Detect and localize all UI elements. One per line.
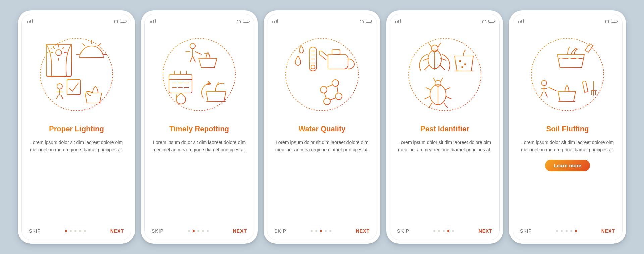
skip-button[interactable]: SKIP — [274, 228, 286, 234]
signal-icon — [27, 19, 33, 23]
onboarding-screen-1: Proper Lighting Lorem ipsum dolor sit di… — [18, 10, 135, 244]
onboarding-footer: SKIP NEXT — [395, 228, 494, 234]
onboarding-screen-5: Soil Fluffing Lorem ipsum dolor sit dim … — [509, 10, 626, 244]
next-button[interactable]: NEXT — [233, 228, 247, 234]
svg-rect-4 — [67, 80, 80, 95]
next-button[interactable]: NEXT — [601, 228, 615, 234]
onboarding-footer: SKIP NEXT — [150, 228, 249, 234]
pagination-dots — [433, 230, 454, 232]
battery-icon — [243, 20, 249, 23]
status-bar — [150, 19, 249, 23]
next-button[interactable]: NEXT — [110, 228, 124, 234]
next-button[interactable]: NEXT — [356, 228, 370, 234]
soil-icon — [518, 29, 617, 120]
svg-point-25 — [541, 80, 547, 86]
svg-rect-7 — [169, 74, 192, 93]
pagination-dots — [188, 230, 209, 232]
svg-point-3 — [57, 84, 62, 89]
svg-point-13 — [332, 80, 339, 86]
screen-description: Lorem ipsum dolor sit dim laoreet dolore… — [150, 139, 249, 154]
pest-icon — [395, 29, 494, 120]
onboarding-footer: SKIP NEXT — [518, 228, 617, 234]
screen-description: Lorem ipsum dolor sit dim laoreet dolore… — [272, 139, 372, 154]
screen-description: Lorem ipsum dolor sit dim laoreet dolore… — [395, 139, 494, 154]
wifi-icon — [360, 20, 364, 23]
pagination-dots — [556, 230, 577, 232]
onboarding-screen-2: Timely Repotting Lorem ipsum dolor sit d… — [141, 10, 258, 244]
svg-point-14 — [335, 93, 342, 100]
screen-description: Lorem ipsum dolor sit dim laoreet dolore… — [518, 139, 617, 154]
svg-point-2 — [56, 50, 62, 56]
wifi-icon — [605, 20, 609, 23]
screen-description: Lorem ipsum dolor sit dim laoreet dolore… — [27, 139, 126, 154]
status-bar — [272, 19, 372, 23]
screen-title: Water Quality — [272, 124, 372, 133]
svg-point-6 — [190, 43, 195, 49]
pagination-dots — [311, 230, 331, 232]
svg-point-8 — [286, 38, 358, 111]
svg-point-19 — [459, 60, 461, 62]
signal-icon — [518, 19, 524, 23]
battery-icon — [488, 20, 494, 23]
skip-button[interactable]: SKIP — [520, 228, 532, 234]
status-bar — [395, 19, 494, 23]
battery-icon — [120, 20, 126, 23]
svg-point-24 — [531, 38, 604, 111]
wifi-icon — [114, 20, 118, 23]
signal-icon — [150, 19, 156, 23]
status-bar — [518, 19, 617, 23]
skip-button[interactable]: SKIP — [29, 228, 41, 234]
signal-icon — [272, 19, 278, 23]
next-button[interactable]: NEXT — [479, 228, 492, 234]
svg-point-21 — [462, 66, 463, 68]
water-icon — [272, 29, 372, 120]
wifi-icon — [482, 20, 486, 23]
svg-rect-11 — [332, 50, 340, 54]
wifi-icon — [237, 20, 241, 23]
screen-title: Proper Lighting — [27, 124, 126, 133]
onboarding-footer: SKIP NEXT — [272, 228, 372, 234]
screen-title: Soil Fluffing — [518, 124, 617, 133]
battery-icon — [366, 20, 372, 23]
skip-button[interactable]: SKIP — [152, 228, 164, 234]
onboarding-screen-3: Water Quality Lorem ipsum dolor sit dim … — [264, 10, 380, 244]
screen-title: Pest Identifier — [395, 124, 494, 133]
onboarding-screen-4: Pest Identifier Lorem ipsum dolor sit di… — [386, 10, 503, 244]
screen-title: Timely Repotting — [150, 124, 249, 133]
learn-more-button[interactable]: Learn more — [545, 160, 590, 171]
skip-button[interactable]: SKIP — [397, 228, 409, 234]
signal-icon — [395, 19, 401, 23]
onboarding-footer: SKIP NEXT — [27, 228, 126, 234]
lighting-icon — [27, 29, 126, 120]
pagination-dots — [65, 230, 86, 232]
svg-point-10 — [311, 65, 315, 69]
battery-icon — [611, 20, 617, 23]
svg-point-20 — [464, 64, 466, 65]
svg-point-15 — [324, 98, 330, 105]
status-bar — [27, 19, 126, 23]
repotting-icon — [150, 29, 249, 120]
